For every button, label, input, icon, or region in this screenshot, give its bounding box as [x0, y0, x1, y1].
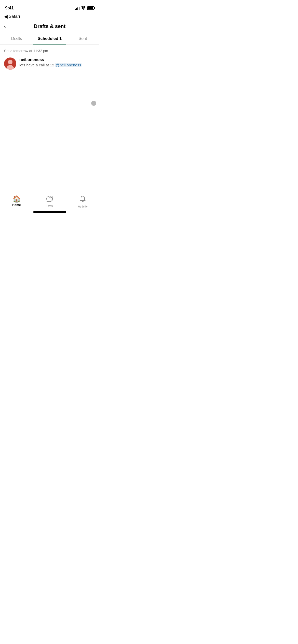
message-username: neil.oneness [19, 57, 95, 62]
avatar [4, 57, 16, 70]
avatar-head [8, 60, 12, 64]
back-button[interactable]: ‹ [4, 23, 6, 29]
dms-label: DMs [47, 204, 53, 208]
tab-scheduled[interactable]: Scheduled 1 [33, 33, 66, 45]
nav-dms[interactable]: DMs [33, 195, 66, 208]
nav-home[interactable]: 🏠 Home [0, 195, 33, 207]
message-text: lets have a call at 12 @neil.oneness [19, 63, 95, 67]
signal-icon [75, 7, 79, 10]
wifi-icon [81, 6, 86, 10]
avatar-body [6, 65, 14, 70]
activity-label: Activity [78, 205, 88, 208]
home-label: Home [12, 203, 21, 207]
dms-icon [46, 196, 53, 203]
battery-icon [87, 6, 94, 10]
scroll-indicator [91, 101, 96, 106]
safari-back-arrow-icon: ◀ [4, 14, 8, 19]
status-bar: 9:41 [0, 0, 99, 13]
tab-active-indicator [33, 44, 66, 45]
content-area: Send tomorrow at 11:32 pm neil.oneness l… [0, 45, 99, 186]
status-time: 9:41 [5, 6, 14, 11]
page-title: Drafts & sent [34, 23, 65, 29]
section-header: Send tomorrow at 11:32 pm [0, 45, 99, 55]
status-right [75, 6, 94, 10]
mention-tag[interactable]: @neil.oneness [55, 63, 82, 67]
safari-back-label: Safari [9, 14, 20, 19]
message-content: neil.oneness lets have a call at 12 @nei… [19, 57, 95, 67]
page-header: ‹ Drafts & sent [0, 21, 99, 33]
tab-drafts[interactable]: Drafts [0, 33, 33, 45]
safari-back-row[interactable]: ◀ Safari [0, 13, 99, 21]
nav-activity[interactable]: Activity [66, 195, 99, 208]
tab-sent[interactable]: Sent [66, 33, 99, 45]
tab-bar: Drafts Scheduled 1 Sent [0, 33, 99, 45]
activity-icon [79, 196, 86, 204]
scheduled-message-item[interactable]: neil.oneness lets have a call at 12 @nei… [0, 55, 99, 72]
home-icon: 🏠 [12, 196, 21, 202]
home-bar [33, 211, 66, 213]
avatar-inner [4, 57, 16, 70]
